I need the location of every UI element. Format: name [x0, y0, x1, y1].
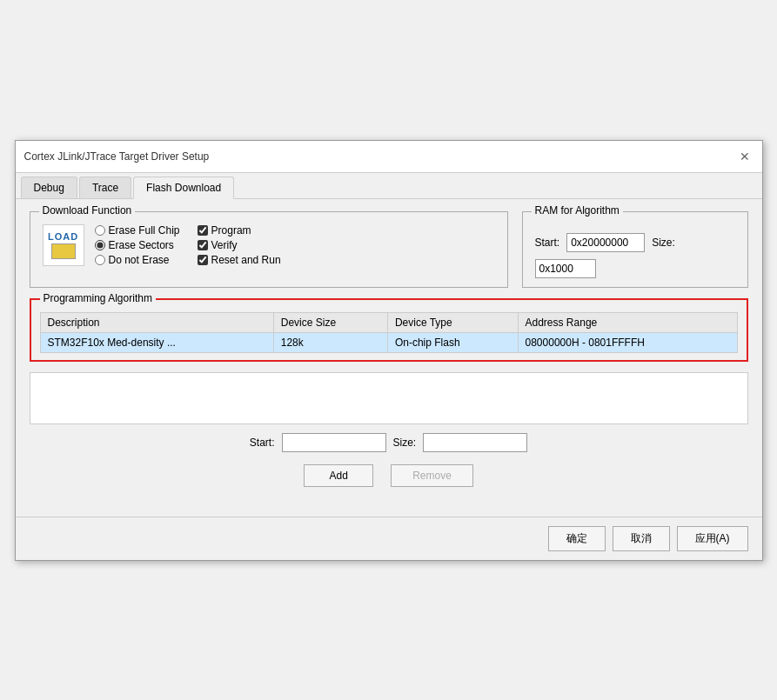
ram-for-algorithm-group: RAM for Algorithm Start: Size: — [522, 211, 748, 288]
title-bar: Cortex JLink/JTrace Target Driver Setup … — [16, 141, 762, 173]
algo-size-input[interactable] — [423, 433, 527, 452]
erase-sectors-radio[interactable] — [95, 240, 105, 250]
window-title: Cortex JLink/JTrace Target Driver Setup — [24, 150, 210, 163]
col-description: Description — [40, 312, 273, 332]
algo-size-label: Size: — [393, 437, 417, 449]
download-function-group: Download Function LOAD Erase Full Chip — [30, 211, 508, 288]
col-address-range: Address Range — [518, 312, 737, 332]
footer: 确定 取消 应用(A) — [16, 517, 762, 560]
ram-start-input[interactable] — [566, 233, 645, 252]
tab-flash-download[interactable]: Flash Download — [133, 177, 234, 199]
load-icon: LOAD — [43, 224, 84, 266]
erase-full-chip-radio[interactable] — [95, 225, 105, 236]
reset-run-label: Reset and Run — [211, 254, 281, 266]
add-button[interactable]: Add — [304, 464, 373, 487]
table-row[interactable]: STM32F10x Med-density ... 128k On-chip F… — [40, 332, 737, 352]
options-check-group: Program Verify Reset and Run — [198, 224, 281, 266]
cell-address-range: 08000000H - 0801FFFFH — [518, 332, 737, 352]
reset-run-checkbox[interactable] — [198, 255, 208, 265]
radio-do-not-erase: Do not Erase — [95, 254, 180, 266]
cell-device-type: On-chip Flash — [387, 332, 518, 352]
download-function-inner: LOAD Erase Full Chip Erase Sectors — [43, 224, 495, 266]
check-reset-run: Reset and Run — [198, 254, 281, 266]
erase-radio-group: Erase Full Chip Erase Sectors Do not Era… — [95, 224, 180, 266]
algo-table: Description Device Size Device Type Addr… — [40, 312, 738, 353]
cell-device-size: 128k — [273, 332, 387, 352]
tab-bar: Debug Trace Flash Download — [16, 173, 762, 199]
algo-table-header: Description Device Size Device Type Addr… — [40, 312, 737, 332]
cell-description: STM32F10x Med-density ... — [40, 332, 273, 352]
ram-inputs: Start: Size: — [535, 233, 735, 278]
programming-algorithm-group: Programming Algorithm Description Device… — [30, 298, 748, 362]
empty-area — [30, 372, 748, 424]
radio-erase-sectors: Erase Sectors — [95, 239, 180, 251]
tab-debug[interactable]: Debug — [21, 177, 77, 198]
check-verify: Verify — [198, 239, 281, 251]
verify-label: Verify — [211, 239, 238, 251]
algo-start-input[interactable] — [282, 433, 386, 452]
download-function-legend: Download Function — [39, 204, 136, 217]
start-size-row: Start: Size: — [30, 433, 748, 452]
cancel-button[interactable]: 取消 — [613, 526, 670, 551]
algo-legend: Programming Algorithm — [40, 292, 156, 304]
main-content: Download Function LOAD Erase Full Chip — [16, 199, 762, 517]
top-section: Download Function LOAD Erase Full Chip — [30, 211, 748, 298]
ram-legend: RAM for Algorithm — [532, 204, 623, 217]
close-button[interactable]: ✕ — [736, 148, 754, 165]
col-device-type: Device Type — [387, 312, 518, 332]
radio-erase-full: Erase Full Chip — [95, 224, 180, 237]
erase-full-chip-label: Erase Full Chip — [109, 224, 180, 237]
ram-size-input[interactable] — [535, 259, 596, 278]
do-not-erase-label: Do not Erase — [109, 254, 170, 266]
ok-button[interactable]: 确定 — [548, 526, 606, 551]
col-device-size: Device Size — [273, 312, 387, 332]
start-label: Start: — [535, 237, 560, 249]
algo-start-label: Start: — [250, 437, 275, 449]
apply-button[interactable]: 应用(A) — [677, 526, 748, 551]
do-not-erase-radio[interactable] — [95, 255, 105, 265]
verify-checkbox[interactable] — [198, 240, 208, 250]
erase-sectors-label: Erase Sectors — [109, 239, 174, 251]
program-label: Program — [211, 224, 251, 237]
remove-button[interactable]: Remove — [391, 464, 473, 487]
main-window: Cortex JLink/JTrace Target Driver Setup … — [15, 140, 763, 561]
tab-trace[interactable]: Trace — [79, 177, 131, 198]
program-checkbox[interactable] — [198, 225, 208, 236]
check-program: Program — [198, 224, 281, 237]
size-label: Size: — [652, 237, 675, 249]
algo-buttons: Add Remove — [30, 464, 748, 487]
cpu-icon — [51, 243, 76, 259]
